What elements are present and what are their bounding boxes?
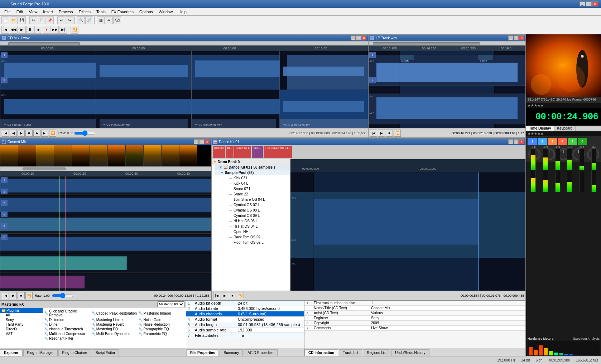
- concert-scroll-thumb[interactable]: [23, 168, 66, 170]
- tab-plugin-manager[interactable]: Plug-In Manager: [23, 349, 58, 356]
- plugin-paragraphic-eq[interactable]: 🔧Paragraphic EQ: [138, 327, 185, 331]
- drum-sample-snare-07-l[interactable]: —Snare 07 L: [223, 186, 290, 191]
- concert-loop[interactable]: 🔁: [25, 292, 33, 299]
- cd-mix-next[interactable]: ▶: [33, 130, 40, 137]
- concert-mix-maximize[interactable]: □: [199, 139, 204, 144]
- concert-ch1-btn[interactable]: 1: [1, 177, 8, 183]
- lp-track-loop[interactable]: 🔁: [394, 130, 401, 137]
- menu-fx-favorites[interactable]: FX Favorites: [109, 9, 136, 15]
- concert-rewind-start[interactable]: |◀: [2, 292, 9, 299]
- tab-track-list[interactable]: Track List: [339, 349, 362, 356]
- zoom-out-button[interactable]: 🔎: [85, 16, 93, 24]
- plugin-parametric-eq[interactable]: 🔧Parametric EQ: [138, 331, 185, 336]
- cut-button[interactable]: ✂: [29, 16, 37, 24]
- menu-insert[interactable]: Insert: [40, 9, 56, 15]
- meter-ch1-btn[interactable]: 1: [528, 138, 537, 145]
- drum-sample-cymbal-os-08-l[interactable]: —Cymbal OS 08 L: [223, 208, 290, 213]
- concert-ch2-btn[interactable]: 2: [1, 189, 8, 194]
- drum-sample-floor-tom-os-02-l[interactable]: —Floor Tom OS 02 L: [223, 240, 290, 245]
- concert-play[interactable]: ▶: [10, 292, 17, 299]
- cd-mix-forward-end[interactable]: ▶|: [41, 130, 48, 137]
- menu-help[interactable]: Help: [176, 9, 189, 15]
- cd-mix-close[interactable]: ✕: [361, 35, 366, 40]
- drum-sample-kick-03-l[interactable]: —Kick 03 L: [223, 175, 290, 181]
- concert-scrollbar[interactable]: [0, 166, 211, 171]
- plugin-multiband[interactable]: 🔧Multi-Band Dynamics: [91, 331, 138, 336]
- plugin-tree[interactable]: 📁 Plug-Ins All Sony Third Party: [0, 308, 43, 348]
- plugin-noise-gate[interactable]: 🔧Noise Gate: [138, 317, 185, 322]
- pad-snare-2[interactable]: Snar...: [252, 146, 263, 158]
- concert-mix-minimize[interactable]: _: [194, 139, 199, 144]
- menu-window[interactable]: Window: [156, 9, 176, 15]
- dance-kit-close[interactable]: ✕: [519, 139, 524, 144]
- dance-kit-loop[interactable]: 🔁: [237, 292, 244, 299]
- play-button[interactable]: ▶: [18, 26, 26, 34]
- cd-mix-minimize[interactable]: _: [351, 35, 356, 40]
- tab-keyboard[interactable]: Keyboard: [554, 126, 576, 131]
- drum-sample-snare-22[interactable]: —Snare 22: [223, 191, 290, 197]
- tab-file-properties[interactable]: File Properties: [186, 349, 219, 356]
- menu-options[interactable]: Options: [136, 9, 156, 15]
- plugin-tree-plugins[interactable]: 📁 Plug-Ins: [0, 308, 43, 313]
- cd-mix-scroll-thumb[interactable]: [8, 42, 80, 45]
- plugin-click-crackle[interactable]: 🔧Click and Crackle Removal: [44, 309, 91, 317]
- pad-snare07[interactable]: Snare 07 L: [234, 146, 251, 158]
- paste-button[interactable]: 📌: [46, 16, 54, 24]
- pad-10in-snare[interactable]: 10in Snare OS 04 L: [264, 146, 292, 158]
- cd-mix-play[interactable]: ▶: [18, 130, 25, 137]
- rewind-start-button[interactable]: |◀: [1, 26, 9, 34]
- plugin-tree-vst[interactable]: VST: [0, 331, 43, 336]
- undo-button[interactable]: ↩: [57, 16, 65, 24]
- plugin-mastering-reverb[interactable]: 🔧Mastering EQ: [91, 327, 138, 331]
- tab-plugin-chainer[interactable]: Plug-In Chainer: [58, 349, 91, 356]
- concert-mix-close[interactable]: ✕: [205, 139, 210, 144]
- pad-kick04[interactable]: Ki...: [226, 146, 234, 158]
- redo-button[interactable]: ↪: [66, 16, 73, 24]
- tab-script-editor[interactable]: Script Editor: [92, 349, 119, 356]
- save-button[interactable]: 💾: [18, 16, 26, 24]
- lp-track-rewind-start[interactable]: |◀: [370, 130, 377, 137]
- cd-mix-waveform[interactable]: -Inf. -Inf. Track 1 00:04:14.466 Track 2…: [0, 51, 368, 128]
- meter-ch5-btn[interactable]: 5: [568, 138, 577, 145]
- minimize-button[interactable]: _: [580, 1, 585, 6]
- maximize-button[interactable]: □: [586, 1, 592, 6]
- pause-button[interactable]: ⏸: [26, 26, 34, 34]
- drum-sample-cymbal-os-07-l[interactable]: —Cymbal OS 07 L: [223, 202, 290, 208]
- drum-bank-item[interactable]: ▼ Drum Bank 0: [212, 159, 290, 165]
- pad-kick03[interactable]: Kick 03: [213, 146, 225, 158]
- concert-ch4-btn[interactable]: 4: [1, 212, 8, 217]
- dance-kit-item[interactable]: ▼ 🥁 Dance Kit 01 [ 58 samples ]: [215, 165, 290, 170]
- select-tool[interactable]: ▦: [97, 16, 105, 24]
- drum-sample-rack-tom-os-02-l[interactable]: —Rack Tom OS 02 L: [223, 234, 290, 240]
- plugin-mastering-eq[interactable]: 🔧Multiband Compressor: [44, 331, 91, 336]
- dance-kit-tree[interactable]: ▼ Drum Bank 0 ▼ 🥁 Dance Kit 01 [ 58 samp…: [212, 159, 290, 291]
- drum-kit-folder[interactable]: ▼ 🥁 Dance Kit 01 [ 58 samples ] ▼ Sample…: [212, 165, 290, 245]
- cd-mix-ch1-btn[interactable]: 1: [1, 52, 8, 58]
- open-button[interactable]: 📂: [10, 16, 18, 24]
- record-button[interactable]: ●: [43, 26, 51, 34]
- pencil-tool[interactable]: ✏: [105, 16, 113, 24]
- drum-sample-kick-04-l[interactable]: —Kick 04 L: [223, 181, 290, 186]
- concert-ch6-btn[interactable]: 6: [1, 234, 8, 240]
- meter-ch2-btn[interactable]: 2: [538, 138, 547, 145]
- lp-track-scroll-thumb[interactable]: [373, 42, 480, 45]
- sample-pool-item[interactable]: ▼ Sample Pool (58): [215, 170, 290, 175]
- menu-effects[interactable]: Effects: [76, 9, 93, 15]
- plugin-resonant-filter[interactable]: 🔧Resonant Filter: [44, 336, 91, 341]
- drum-sample-open-hh-l[interactable]: —Open HH L: [223, 229, 290, 234]
- lp-track-stop[interactable]: ■: [386, 130, 393, 137]
- meter-ch3-btn[interactable]: 3: [548, 138, 557, 145]
- copy-button[interactable]: 📋: [38, 16, 45, 24]
- loop-button[interactable]: 🔁: [71, 26, 78, 34]
- concert-ch5-btn[interactable]: 5: [1, 223, 8, 229]
- plugin-tree-thirdparty[interactable]: Third Party: [0, 322, 43, 327]
- cd-mix-stop[interactable]: ■: [25, 130, 33, 137]
- plugin-mastering-exciter[interactable]: 🔧Mastering Imager: [138, 309, 185, 317]
- cd-mix-maximize[interactable]: □: [356, 35, 361, 40]
- drum-sample-hi-hat-os-04-l[interactable]: —Hi Hat OS 04 L: [223, 224, 290, 229]
- tab-acid-properties[interactable]: ACID Properties: [244, 349, 277, 356]
- fast-forward-button[interactable]: ▶▶: [51, 26, 59, 34]
- new-button[interactable]: 📄: [1, 16, 9, 24]
- drum-sample-10in-snare-os-04-l[interactable]: —10in Snare OS 04 L: [223, 197, 290, 202]
- drum-sample-hi-hat-os-03-l[interactable]: —Hi Hat OS 03 L: [223, 218, 290, 224]
